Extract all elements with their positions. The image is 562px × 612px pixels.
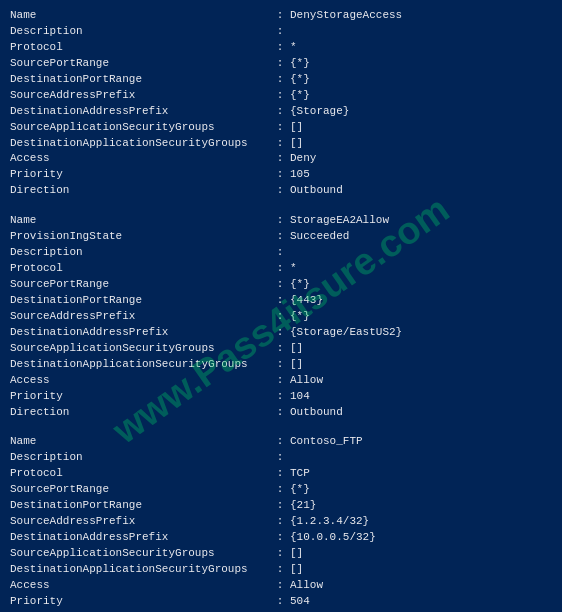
row-colon: : xyxy=(270,434,290,450)
row-key: DestinationAddressPrefix xyxy=(10,104,270,120)
row: Name:StorageEA2Allow xyxy=(10,213,552,229)
row: SourceAddressPrefix:{*} xyxy=(10,309,552,325)
row: SourceAddressPrefix:{1.2.3.4/32} xyxy=(10,514,552,530)
row-key: SourcePortRange xyxy=(10,277,270,293)
row: SourcePortRange:{*} xyxy=(10,56,552,72)
row-colon: : xyxy=(270,405,290,421)
row: SourceApplicationSecurityGroups:[] xyxy=(10,120,552,136)
row: SourcePortRange:{*} xyxy=(10,482,552,498)
row: Priority:504 xyxy=(10,594,552,610)
row-value xyxy=(290,24,552,40)
row-key: DestinationApplicationSecurityGroups xyxy=(10,357,270,373)
row-key: Name xyxy=(10,213,270,229)
row-key: DestinationPortRange xyxy=(10,498,270,514)
row: DestinationPortRange:{443} xyxy=(10,293,552,309)
row-value: StorageEA2Allow xyxy=(290,213,552,229)
row-value: TCP xyxy=(290,466,552,482)
row: DestinationPortRange:{*} xyxy=(10,72,552,88)
row: Description: xyxy=(10,24,552,40)
row-value: Outbound xyxy=(290,405,552,421)
row-key: Direction xyxy=(10,183,270,199)
row-colon: : xyxy=(270,466,290,482)
row-colon: : xyxy=(270,151,290,167)
row-colon: : xyxy=(270,293,290,309)
row-value: {1.2.3.4/32} xyxy=(290,514,552,530)
row: Access:Allow xyxy=(10,373,552,389)
row: SourceApplicationSecurityGroups:[] xyxy=(10,546,552,562)
row-colon: : xyxy=(270,8,290,24)
row-value: Succeeded xyxy=(290,229,552,245)
row-key: SourceAddressPrefix xyxy=(10,88,270,104)
row-value: {*} xyxy=(290,309,552,325)
row-value xyxy=(290,245,552,261)
row-key: Protocol xyxy=(10,466,270,482)
row-key: SourceAddressPrefix xyxy=(10,514,270,530)
row: ProvisionIngState:Succeeded xyxy=(10,229,552,245)
row-colon: : xyxy=(270,325,290,341)
row: DestinationApplicationSecurityGroups:[] xyxy=(10,562,552,578)
row-colon: : xyxy=(270,450,290,466)
row-key: Priority xyxy=(10,389,270,405)
row-colon: : xyxy=(270,40,290,56)
row-key: Direction xyxy=(10,405,270,421)
row-key: DestinationAddressPrefix xyxy=(10,530,270,546)
row: SourceAddressPrefix:{*} xyxy=(10,88,552,104)
row-value: {21} xyxy=(290,498,552,514)
row-value: Deny xyxy=(290,151,552,167)
row: Protocol:* xyxy=(10,261,552,277)
row: Direction:Outbound xyxy=(10,183,552,199)
row: DestinationApplicationSecurityGroups:[] xyxy=(10,136,552,152)
row-colon: : xyxy=(270,594,290,610)
row-key: SourcePortRange xyxy=(10,482,270,498)
row-key: ProvisionIngState xyxy=(10,229,270,245)
row-key: DestinationApplicationSecurityGroups xyxy=(10,136,270,152)
row-value: {*} xyxy=(290,56,552,72)
row: DestinationAddressPrefix:{Storage} xyxy=(10,104,552,120)
row: Access:Allow xyxy=(10,578,552,594)
block-0: Name:DenyStorageAccessDescription:Protoc… xyxy=(10,8,552,199)
row: DestinationApplicationSecurityGroups:[] xyxy=(10,357,552,373)
row-key: Description xyxy=(10,24,270,40)
row-key: Access xyxy=(10,373,270,389)
row-colon: : xyxy=(270,530,290,546)
row-key: DestinationPortRange xyxy=(10,293,270,309)
row-value: {*} xyxy=(290,277,552,293)
row-colon: : xyxy=(270,24,290,40)
row-colon: : xyxy=(270,357,290,373)
row-colon: : xyxy=(270,245,290,261)
row-key: SourceApplicationSecurityGroups xyxy=(10,546,270,562)
row-colon: : xyxy=(270,389,290,405)
row: Name:DenyStorageAccess xyxy=(10,8,552,24)
row-colon: : xyxy=(270,183,290,199)
row-colon: : xyxy=(270,514,290,530)
row-key: Protocol xyxy=(10,40,270,56)
row: Access:Deny xyxy=(10,151,552,167)
row-key: Name xyxy=(10,8,270,24)
block-1: Name:StorageEA2AllowProvisionIngState:Su… xyxy=(10,213,552,420)
row-value: DenyStorageAccess xyxy=(290,8,552,24)
row-colon: : xyxy=(270,120,290,136)
row-value: 504 xyxy=(290,594,552,610)
row-colon: : xyxy=(270,562,290,578)
row-key: Name xyxy=(10,434,270,450)
row: Protocol:* xyxy=(10,40,552,56)
row: DestinationAddressPrefix:{10.0.0.5/32} xyxy=(10,530,552,546)
row-colon: : xyxy=(270,88,290,104)
row-value: [] xyxy=(290,136,552,152)
row-value: Allow xyxy=(290,373,552,389)
row-value: [] xyxy=(290,341,552,357)
row-colon: : xyxy=(270,373,290,389)
row-colon: : xyxy=(270,56,290,72)
row-colon: : xyxy=(270,546,290,562)
row-value: * xyxy=(290,261,552,277)
row-key: Access xyxy=(10,578,270,594)
row-value: [] xyxy=(290,357,552,373)
row: Description: xyxy=(10,245,552,261)
row-value: [] xyxy=(290,120,552,136)
row-key: DestinationPortRange xyxy=(10,72,270,88)
row-value: {*} xyxy=(290,88,552,104)
row-key: Protocol xyxy=(10,261,270,277)
row-key: Priority xyxy=(10,594,270,610)
row-value: [] xyxy=(290,562,552,578)
row-value: {443} xyxy=(290,293,552,309)
